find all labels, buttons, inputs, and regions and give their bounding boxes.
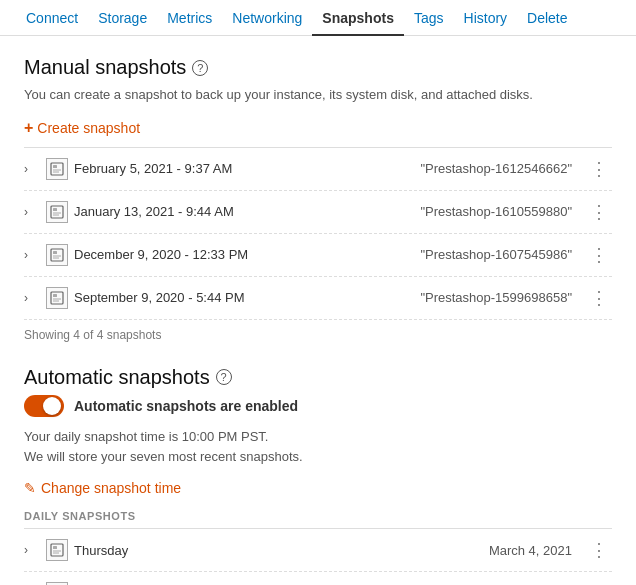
snapshot-row: › February 5, 2021 - 9:37 AM "Prestashop… (24, 148, 612, 191)
snapshot-label: "Prestashop-1607545986" (420, 247, 572, 262)
snapshot-label: "Prestashop-1612546662" (420, 161, 572, 176)
snapshot-label: "Prestashop-1599698658" (420, 290, 572, 305)
svg-rect-13 (53, 294, 57, 297)
snapshot-date: January 13, 2021 - 9:44 AM (74, 204, 414, 219)
manual-snapshots-section: Manual snapshots ? You can create a snap… (24, 56, 612, 342)
svg-rect-0 (51, 163, 63, 175)
snapshot-icon (46, 201, 68, 223)
svg-rect-17 (53, 546, 57, 549)
daily-day: Thursday (74, 543, 483, 558)
change-snapshot-time-link[interactable]: ✎ Change snapshot time (24, 480, 181, 496)
nav-item-metrics[interactable]: Metrics (157, 0, 222, 36)
kebab-menu[interactable]: ⋮ (586, 541, 612, 559)
snapshot-label: "Prestashop-1610559880" (420, 204, 572, 219)
expand-arrow[interactable]: › (24, 205, 40, 219)
automatic-snapshots-title: Automatic snapshots ? (24, 366, 612, 389)
auto-description: Your daily snapshot time is 10:00 PM PST… (24, 427, 612, 469)
toggle-label: Automatic snapshots are enabled (74, 398, 298, 414)
manual-description: You can create a snapshot to back up you… (24, 85, 612, 105)
daily-row: › Wednesday March 3, 2021 ⋮ (24, 572, 612, 585)
svg-rect-4 (51, 206, 63, 218)
manual-snapshots-title: Manual snapshots ? (24, 56, 612, 79)
svg-rect-5 (53, 208, 57, 211)
daily-snapshots-label: DAILY SNAPSHOTS (24, 510, 612, 522)
create-snapshot-link[interactable]: + Create snapshot (24, 119, 140, 137)
snapshot-date: February 5, 2021 - 9:37 AM (74, 161, 414, 176)
snapshot-row: › January 13, 2021 - 9:44 AM "Prestashop… (24, 191, 612, 234)
snapshot-icon (46, 244, 68, 266)
daily-date: March 4, 2021 (489, 543, 572, 558)
toggle-row: Automatic snapshots are enabled (24, 395, 612, 417)
daily-row: › Thursday March 4, 2021 ⋮ (24, 529, 612, 572)
nav-item-delete[interactable]: Delete (517, 0, 577, 36)
snapshot-row: › September 9, 2020 - 5:44 PM "Prestasho… (24, 277, 612, 320)
nav-item-history[interactable]: History (454, 0, 518, 36)
snapshot-icon (46, 158, 68, 180)
main-content: Manual snapshots ? You can create a snap… (0, 36, 636, 585)
manual-snapshot-list: › February 5, 2021 - 9:37 AM "Prestashop… (24, 147, 612, 320)
nav-item-networking[interactable]: Networking (222, 0, 312, 36)
svg-rect-1 (53, 165, 57, 168)
expand-arrow[interactable]: › (24, 162, 40, 176)
nav-item-connect[interactable]: Connect (16, 0, 88, 36)
snapshot-date: September 9, 2020 - 5:44 PM (74, 290, 414, 305)
kebab-menu[interactable]: ⋮ (586, 160, 612, 178)
svg-rect-12 (51, 292, 63, 304)
daily-snapshot-list: › Thursday March 4, 2021 ⋮ › Wednesday M… (24, 528, 612, 585)
expand-arrow[interactable]: › (24, 291, 40, 305)
snapshot-row: › December 9, 2020 - 12:33 PM "Prestasho… (24, 234, 612, 277)
svg-rect-16 (51, 544, 63, 556)
expand-arrow[interactable]: › (24, 543, 40, 557)
kebab-menu[interactable]: ⋮ (586, 289, 612, 307)
manual-help-icon[interactable]: ? (192, 60, 208, 76)
automatic-snapshots-section: Automatic snapshots ? Automatic snapshot… (24, 366, 612, 586)
automatic-help-icon[interactable]: ? (216, 369, 232, 385)
toggle-knob (43, 397, 61, 415)
svg-rect-9 (53, 251, 57, 254)
top-navigation: ConnectStorageMetricsNetworkingSnapshots… (0, 0, 636, 36)
auto-snapshot-toggle[interactable] (24, 395, 64, 417)
snapshot-icon (46, 287, 68, 309)
snapshot-icon (46, 539, 68, 561)
showing-count: Showing 4 of 4 snapshots (24, 328, 612, 342)
kebab-menu[interactable]: ⋮ (586, 246, 612, 264)
kebab-menu[interactable]: ⋮ (586, 203, 612, 221)
snapshot-date: December 9, 2020 - 12:33 PM (74, 247, 414, 262)
expand-arrow[interactable]: › (24, 248, 40, 262)
plus-icon: + (24, 119, 33, 137)
edit-icon: ✎ (24, 480, 36, 496)
svg-rect-8 (51, 249, 63, 261)
nav-item-storage[interactable]: Storage (88, 0, 157, 36)
nav-item-tags[interactable]: Tags (404, 0, 454, 36)
nav-item-snapshots[interactable]: Snapshots (312, 0, 404, 36)
